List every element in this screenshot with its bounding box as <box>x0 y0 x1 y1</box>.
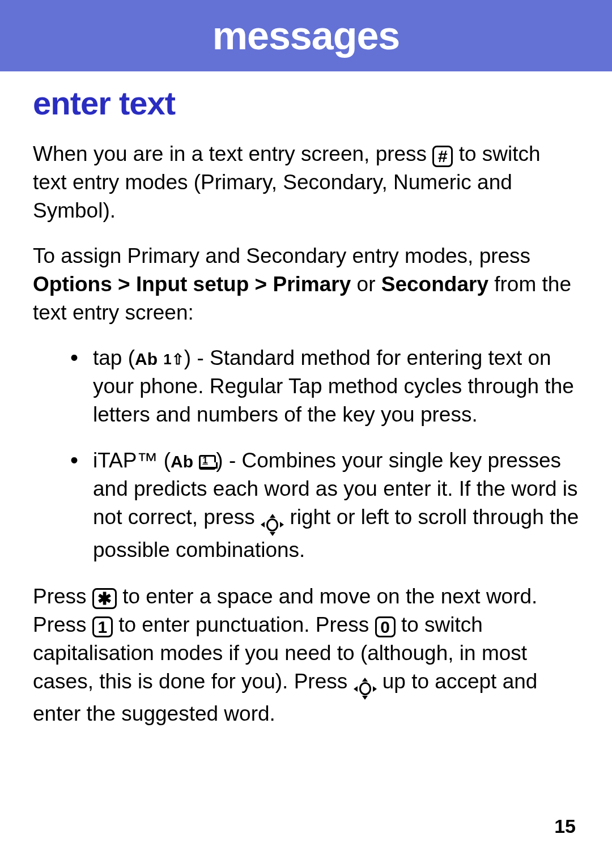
hash-key-icon: # <box>432 146 453 167</box>
nav-left-icon-2 <box>354 686 358 692</box>
nav-center-stack <box>265 514 280 536</box>
nav-right-icon <box>280 522 284 527</box>
header-title: messages <box>212 13 400 58</box>
nav-right-icon-2 <box>373 686 377 692</box>
menu-secondary: Secondary <box>381 273 488 296</box>
p1-a: When you are in a text entry screen, pre… <box>33 142 432 165</box>
p3-a: Press <box>33 585 92 608</box>
nav-center-stack-2 <box>358 678 373 700</box>
header-bar: messages <box>0 0 612 71</box>
menu-sep-1: > <box>112 273 136 296</box>
nav-up-icon-2 <box>362 678 368 682</box>
page-number: 15 <box>554 815 576 837</box>
nav-center-icon-2 <box>359 682 371 695</box>
nav-left-icon <box>261 522 265 527</box>
nav-down-icon-2 <box>362 696 368 700</box>
paragraph-1: When you are in a text entry screen, pre… <box>33 140 579 225</box>
mode-tap: tap (Ab 1⇧) - Standard method for enteri… <box>70 344 579 429</box>
tap-mode-icon: 1⇧ <box>163 350 184 369</box>
paragraph-2: To assign Primary and Secondary entry mo… <box>33 242 579 327</box>
nav-key-icon-2 <box>354 678 377 700</box>
nav-down-icon <box>270 532 275 536</box>
mode-itap-a: iTAP™ ( <box>93 449 171 472</box>
menu-options: Options <box>33 273 112 296</box>
ab-label-itap: Ab <box>171 452 193 471</box>
nav-key-icon <box>261 514 284 536</box>
menu-input-setup: Input setup <box>136 273 249 296</box>
zero-key-icon: 0 <box>375 616 396 638</box>
ab-label-tap: Ab <box>135 350 158 368</box>
one-key-icon: 1 <box>92 616 113 638</box>
nav-up-icon <box>270 514 275 518</box>
p3-c: to enter punctuation. Press <box>118 613 375 636</box>
mode-itap: iTAP™ (Ab ) - Combines your single key p… <box>70 446 579 564</box>
menu-sep-2: > <box>249 273 273 296</box>
entry-modes-list: tap (Ab 1⇧) - Standard method for enteri… <box>33 344 579 564</box>
mode-tap-a: tap ( <box>93 346 135 369</box>
nav-center-icon <box>266 518 278 531</box>
star-key-icon: ✱ <box>92 588 117 610</box>
page-content: enter text When you are in a text entry … <box>0 71 612 728</box>
paragraph-3: Press ✱ to enter a space and move on the… <box>33 582 579 728</box>
p2-a: To assign Primary and Secondary entry mo… <box>33 244 530 267</box>
p2-or: or <box>351 273 381 296</box>
menu-primary: Primary <box>273 273 351 296</box>
itap-mode-icon <box>199 455 216 470</box>
section-title: enter text <box>33 84 579 122</box>
